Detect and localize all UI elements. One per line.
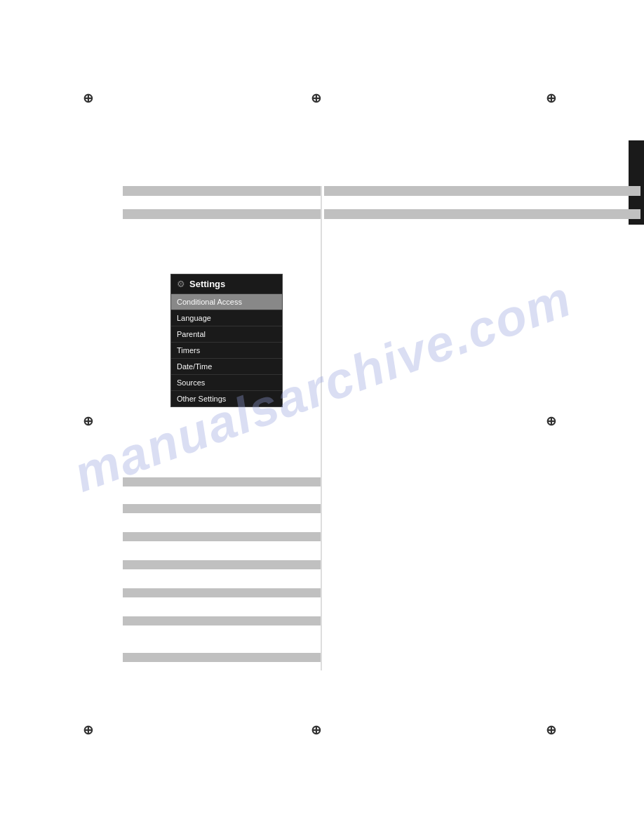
divider-bar-bottom-2 — [123, 504, 321, 513]
crosshair-top-center: ⊕ — [309, 91, 323, 105]
gear-icon: ⚙ — [177, 279, 185, 289]
crosshair-top-left: ⊕ — [81, 91, 95, 105]
divider-bar-bottom-5 — [123, 588, 321, 597]
settings-menu: ⚙ Settings Conditional Access Language P… — [170, 274, 283, 407]
divider-bar-bottom-1 — [123, 477, 321, 486]
crosshair-bottom-right: ⊕ — [544, 723, 558, 737]
menu-item-parental[interactable]: Parental — [171, 326, 282, 342]
menu-item-datetime[interactable]: Date/Time — [171, 358, 282, 374]
vertical-divider — [321, 186, 322, 670]
crosshair-bottom-left: ⊕ — [81, 723, 95, 737]
settings-title: Settings — [189, 279, 225, 289]
divider-bar-bottom-7 — [123, 653, 321, 662]
crosshair-bottom-center: ⊕ — [309, 723, 323, 737]
crosshair-mid-left: ⊕ — [81, 414, 95, 428]
divider-bar-top-left-2 — [123, 209, 321, 219]
divider-bar-top-left-1 — [123, 186, 321, 196]
menu-item-other-settings[interactable]: Other Settings — [171, 390, 282, 406]
crosshair-top-right: ⊕ — [544, 91, 558, 105]
menu-item-timers[interactable]: Timers — [171, 342, 282, 358]
menu-item-conditional-access[interactable]: Conditional Access — [171, 293, 282, 310]
menu-item-sources[interactable]: Sources — [171, 374, 282, 390]
watermark-text: manualsarchive.com — [66, 269, 579, 503]
watermark: manualsarchive.com — [41, 84, 604, 689]
menu-item-language[interactable]: Language — [171, 310, 282, 326]
divider-bar-bottom-6 — [123, 616, 321, 626]
crosshair-mid-right: ⊕ — [544, 414, 558, 428]
divider-bar-top-right-1 — [324, 186, 640, 196]
settings-header: ⚙ Settings — [171, 274, 282, 293]
divider-bar-top-right-2 — [324, 209, 640, 219]
divider-bar-bottom-3 — [123, 532, 321, 541]
divider-bar-bottom-4 — [123, 560, 321, 569]
